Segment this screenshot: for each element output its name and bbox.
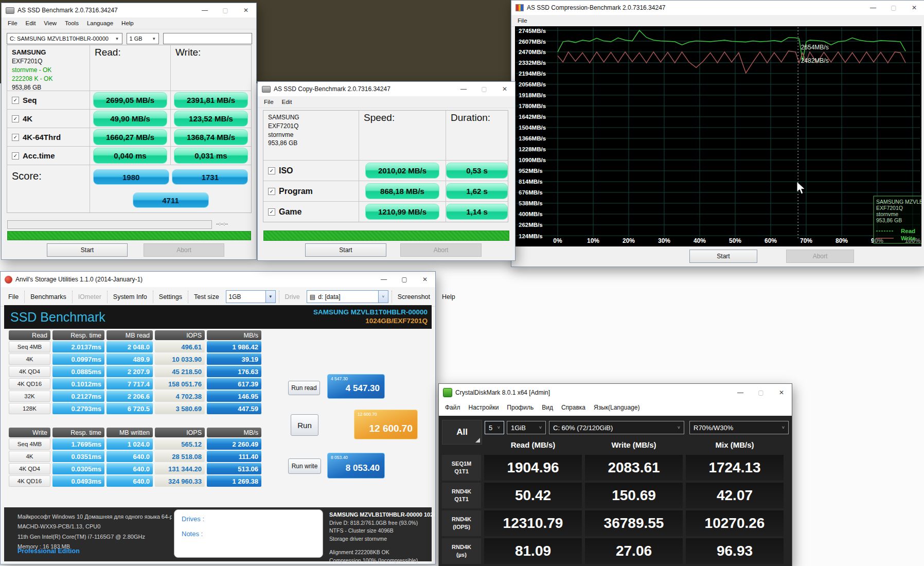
abort-button: Abort (144, 243, 224, 257)
table-cell: 45 218.50 (155, 366, 205, 377)
titlebar[interactable]: AS SSD Compression-Benchmark 2.0.7316.34… (511, 1, 924, 15)
text-input[interactable] (163, 33, 252, 44)
minimize-icon[interactable]: — (374, 272, 394, 287)
info-line: Compression 100% (Incompressible) (329, 557, 435, 565)
minimize-icon[interactable]: — (194, 3, 215, 17)
menu-tools[interactable]: Tools (61, 19, 83, 28)
table-cell: Seq 4MB (9, 341, 50, 352)
menu-language[interactable]: Язык(Language) (590, 402, 644, 413)
row-rnd4k-latency[interactable]: RND4K(µs) (442, 538, 481, 564)
menu-file[interactable]: Файл (441, 402, 465, 413)
titlebar[interactable]: AS SSD Copy-Benchmark 2.0.7316.34247 — ▢… (258, 82, 515, 96)
size-select[interactable]: 1 GB▼ (127, 33, 159, 44)
system-info-right: SAMSUNG MZVLB1T0HBLR-00000 1024Drive D: … (329, 510, 435, 564)
total-score-badge: 12 600.70 12 600.70 (354, 410, 418, 439)
table-row: 32K0.2127ms2 206.64 702.38146.95 (9, 391, 264, 402)
menu-system-info[interactable]: System Info (109, 291, 152, 303)
run-write-button[interactable]: Run write (288, 458, 321, 474)
notes-box[interactable]: Drives : Notes : (174, 509, 323, 558)
table-cell: 0.1012ms (52, 378, 104, 390)
menu-settings[interactable]: Settings (154, 291, 187, 303)
test-size-select[interactable]: 1GiB˅ (507, 421, 546, 434)
svg-text:2194MB/s: 2194MB/s (519, 70, 546, 77)
menu-file[interactable]: File (513, 16, 531, 25)
start-button[interactable]: Start (47, 243, 128, 257)
checkbox-checked[interactable]: ✓ (12, 134, 19, 141)
checkbox-checked[interactable]: ✓ (12, 115, 19, 122)
menu-screenshot[interactable]: Screenshot (393, 291, 435, 303)
checkbox-checked[interactable]: ✓ (12, 152, 19, 160)
table-cell: 2 260.49 (207, 438, 261, 450)
iso-speed: 2010,02 MB/s (365, 163, 439, 179)
menu-profile[interactable]: Профиль (503, 402, 538, 413)
table-cell: 158 051.76 (155, 378, 205, 390)
menu-settings[interactable]: Настройки (465, 402, 503, 413)
close-icon[interactable]: ✕ (494, 82, 515, 96)
drive-select[interactable]: C: SAMSUNG MZVLB1T0HBLR-00000▼ (7, 33, 122, 44)
desktop: AS SSD Benchmark 2.0.7316.34247 — ▢ ✕ Fi… (0, 0, 924, 566)
minimize-icon[interactable]: — (863, 1, 883, 15)
device-name: SAMSUNG MZVLB1T0HBLR-00000 (313, 308, 428, 317)
menu-view[interactable]: Вид (538, 402, 557, 413)
checkbox-checked[interactable]: ✓ (268, 208, 275, 216)
close-icon[interactable]: ✕ (771, 384, 792, 401)
info-line: NTFS - Cluster size 4096B (329, 527, 435, 535)
chevron-down-icon: ˅ (674, 425, 680, 430)
menu-language[interactable]: Language (83, 19, 117, 28)
close-icon[interactable]: ✕ (415, 272, 435, 287)
test-count-select[interactable]: 5˅ (485, 421, 504, 434)
seq1m-write: 2083.61 (585, 455, 683, 481)
close-icon[interactable]: ✕ (236, 3, 256, 17)
menu-file[interactable]: File (260, 97, 278, 107)
checkbox-checked[interactable]: ✓ (268, 167, 275, 174)
menu-edit[interactable]: Edit (22, 19, 40, 28)
menu-edit[interactable]: Edit (278, 97, 296, 107)
titlebar[interactable]: Anvil's Storage Utilities 1.1.0 (2014-Ja… (1, 272, 435, 287)
menu-view[interactable]: View (40, 19, 61, 28)
target-drive-select[interactable]: C: 60% (72/120GiB)˅ (549, 421, 684, 434)
menu-help[interactable]: Справка (557, 402, 590, 413)
close-icon[interactable]: ✕ (904, 1, 924, 15)
menu-help[interactable]: Help (117, 19, 138, 28)
table-cell: 4K QD4 (9, 366, 50, 377)
checkbox-checked[interactable]: ✓ (12, 97, 19, 104)
maximize-icon[interactable]: ▢ (394, 272, 415, 287)
start-button[interactable]: Start (689, 250, 757, 263)
menu-iometer: IOmeter (74, 291, 106, 303)
row-iso: ✓ISO (263, 161, 359, 181)
table-row: 4K QD40.0305ms640.0131 344.20513.06 (9, 463, 264, 474)
menu-help[interactable]: Help (437, 291, 460, 303)
row-rnd4k-iops[interactable]: RND4K(IOPS) (442, 510, 481, 536)
score-cell: 1980 1731 4711 (90, 165, 251, 213)
table-cell: 640.0 (106, 475, 153, 487)
checkbox-checked[interactable]: ✓ (268, 188, 275, 195)
col-mb-read: MB read (106, 330, 153, 340)
test-size-select[interactable]: 1GB▼ (226, 291, 276, 303)
svg-text:814MB/s: 814MB/s (519, 179, 543, 185)
all-button[interactable]: All (442, 420, 482, 445)
menu-file[interactable]: File (4, 19, 22, 28)
table-cell: 1 986.42 (207, 341, 261, 352)
row-seq1m-q1t1[interactable]: SEQ1MQ1T1 (442, 455, 481, 481)
menu-benchmarks[interactable]: Benchmarks (26, 291, 70, 303)
minimize-icon[interactable]: — (453, 82, 474, 96)
read-score-badge: 4 547.30 4 547.30 (327, 374, 385, 399)
drive-select[interactable]: ▤d: [data] ˅ (307, 291, 388, 303)
game-duration: 1,14 s (446, 204, 508, 220)
mix-ratio-select[interactable]: R70%/W30%˅ (689, 421, 789, 434)
table-cell: 2 206.6 (106, 391, 153, 402)
rnd4k-iops-write: 36789.55 (585, 510, 683, 536)
titlebar[interactable]: CrystalDiskMark 8.0.1 x64 [Admin] — ▢ ✕ (439, 384, 792, 401)
titlebar[interactable]: AS SSD Benchmark 2.0.7316.34247 — ▢ ✕ (2, 3, 256, 17)
table-cell: 0.0493ms (52, 475, 104, 487)
window-crystaldiskmark: CrystalDiskMark 8.0.1 x64 [Admin] — ▢ ✕ … (438, 383, 792, 566)
cdm-body: All 5˅ 1GiB˅ C: 60% (72/120GiB)˅ R70%/W3… (439, 416, 792, 566)
row-rnd4k-q1t1[interactable]: RND4KQ1T1 (442, 483, 481, 508)
start-button[interactable]: Start (305, 243, 386, 257)
program-duration: 1,62 s (446, 183, 508, 199)
menu-file[interactable]: File (4, 291, 23, 303)
run-read-button[interactable]: Run read (288, 381, 320, 395)
run-button[interactable]: Run (291, 414, 318, 436)
minimize-icon[interactable]: — (730, 384, 751, 401)
table-cell: 32K (9, 391, 50, 402)
